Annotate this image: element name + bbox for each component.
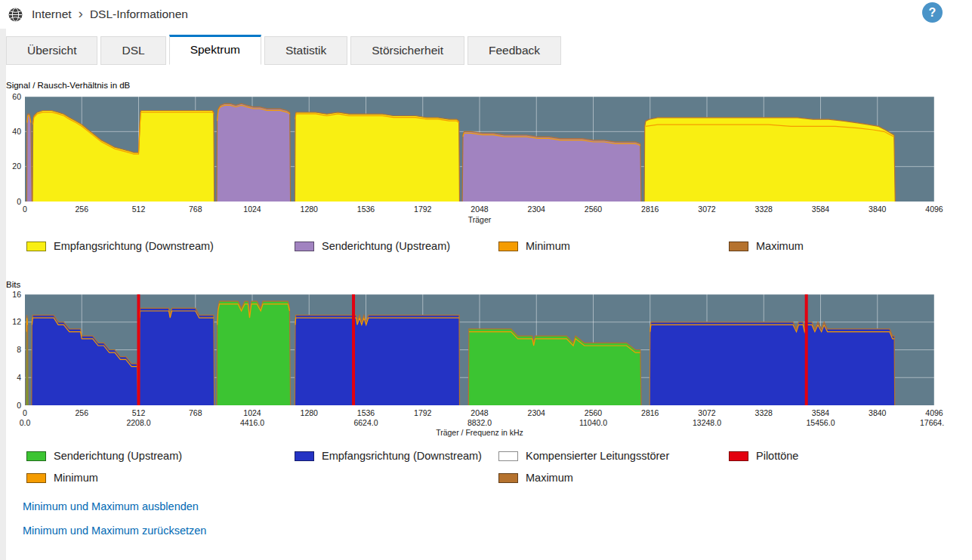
x-tick-label: 0: [23, 205, 27, 214]
y-tick-label: 0: [17, 401, 21, 410]
x-tick-label: 2816: [641, 408, 659, 417]
x-tick-frequency-label: 15456.0: [807, 418, 835, 427]
x-tick-label: 3328: [755, 408, 773, 417]
x-tick-label: 1536: [357, 408, 375, 417]
minimum-chip: [498, 242, 518, 251]
x-tick-label: 512: [132, 205, 146, 214]
x-tick-label: 512: [132, 408, 146, 417]
maximum-chip: [498, 473, 518, 483]
chevron-right-icon: ›: [79, 6, 83, 20]
x-tick-frequency-label: 0.0: [20, 418, 31, 427]
legend-label: Empfangsrichtung (Downstream): [54, 240, 214, 252]
bits-legend: Senderichtung (Upstream)Empfangsrichtung…: [0, 450, 944, 484]
x-tick-label: 1280: [301, 205, 319, 214]
tab-statistik[interactable]: Statistik: [264, 36, 347, 65]
maximum-chip: [729, 242, 748, 251]
x-tick-label: 3840: [869, 205, 887, 214]
x-tick-label: 4096: [925, 205, 943, 214]
x-tick-frequency-label: 2208.0: [126, 418, 150, 427]
legend-maximum: Maximum: [498, 472, 729, 484]
x-tick-label: 3840: [869, 408, 887, 417]
legend-minimum: Minimum: [498, 240, 729, 252]
y-tick-label: 12: [12, 317, 21, 326]
noise-chip-chip: [498, 451, 518, 461]
y-tick-label: 8: [17, 345, 21, 354]
x-tick-frequency-label: 11040.0: [579, 418, 607, 427]
legend-maximum: Maximum: [729, 240, 944, 252]
series-upstream-bits: [217, 301, 291, 405]
x-tick-label: 2304: [528, 205, 546, 214]
x-axis-label: Träger: [468, 215, 492, 224]
help-button[interactable]: ?: [922, 2, 943, 23]
pilot-tone-marker: [137, 294, 140, 405]
upstream-snr-chip: [295, 242, 314, 251]
upstream-bits-chip: [26, 451, 46, 461]
legend-label: Senderichtung (Upstream): [54, 450, 182, 462]
bits-chart-title: Bits: [6, 280, 20, 289]
internet-globe-icon: [8, 8, 23, 22]
x-tick-label: 2560: [585, 408, 603, 417]
dsl-spectrum-page: Internet › DSL-Informationen ? Übersicht…: [0, 0, 972, 560]
legend-pilottöne: Pilottöne: [729, 450, 944, 462]
x-tick-label: 2560: [585, 205, 603, 214]
legend-label: Maximum: [756, 240, 804, 252]
x-tick-label: 3584: [812, 205, 830, 214]
x-tick-frequency-label: 4416.0: [240, 418, 264, 427]
legend-senderichtung-upstream: Senderichtung (Upstream): [295, 240, 498, 252]
x-tick-label: 3584: [812, 408, 830, 417]
pilot-tone-marker: [352, 294, 355, 405]
x-tick-label: 2816: [641, 205, 659, 214]
legend-empfangsrichtung-downstream: Empfangsrichtung (Downstream): [26, 240, 295, 252]
snr-legend: Empfangsrichtung (Downstream)Senderichtu…: [0, 240, 944, 252]
y-tick-label: 20: [12, 162, 21, 171]
legend-label: Senderichtung (Upstream): [322, 240, 450, 252]
x-tick-frequency-label: 6624.0: [353, 418, 378, 427]
x-tick-frequency-label: 17664.0: [920, 418, 944, 427]
downstream-bits-chip: [295, 451, 314, 461]
series-upstream-snr: [217, 103, 291, 202]
breadcrumb: Internet › DSL-Informationen: [32, 8, 188, 21]
bits-chart: 0481216025651276810241280153617922048230…: [0, 290, 944, 439]
snr-chart: 0204060025651276810241280153617922048230…: [0, 92, 944, 226]
y-tick-label: 40: [12, 127, 21, 136]
tab-dsl[interactable]: DSL: [100, 36, 165, 65]
breadcrumb-internet[interactable]: Internet: [32, 8, 72, 21]
series-downstream-snr: [644, 118, 895, 202]
y-tick-label: 4: [17, 373, 21, 382]
pilot-tone-marker: [805, 294, 808, 405]
header: Internet › DSL-Informationen ?: [0, 0, 972, 29]
tab-störsicherheit[interactable]: Störsicherheit: [350, 36, 464, 65]
tab-feedback[interactable]: Feedback: [467, 36, 561, 65]
tab-bar: ÜbersichtDSLSpektrumStatistikStörsicherh…: [6, 35, 561, 65]
legend-minimum: Minimum: [26, 472, 295, 484]
x-tick-label: 1536: [357, 205, 375, 214]
series-downstream-bits: [295, 315, 459, 405]
x-tick-label: 3072: [698, 205, 716, 214]
legend-label: Maximum: [526, 472, 573, 484]
legend-label: Minimum: [54, 472, 98, 484]
y-tick-label: 0: [17, 197, 21, 206]
downstream-snr-chip: [26, 242, 46, 251]
legend-kompensierter-leitungsstörer: Kompensierter Leitungsstörer: [498, 450, 729, 462]
reset-minmax-link[interactable]: Minimum und Maximum zurücksetzen: [23, 525, 206, 537]
x-tick-label: 4096: [925, 408, 943, 417]
x-tick-label: 1792: [414, 205, 432, 214]
x-tick-label: 2048: [471, 408, 489, 417]
y-tick-label: 16: [12, 290, 21, 299]
x-tick-label: 1792: [414, 408, 432, 417]
snr-chart-title: Signal / Rausch-Verhältnis in dB: [6, 81, 130, 90]
x-tick-label: 0: [23, 408, 27, 417]
x-tick-frequency-label: 13248.0: [693, 418, 721, 427]
series-downstream-bits: [139, 308, 214, 405]
legend-empfangsrichtung-downstream: Empfangsrichtung (Downstream): [295, 450, 498, 462]
x-tick-label: 1024: [243, 205, 261, 214]
x-axis-label: Träger / Frequenz in kHz: [436, 428, 523, 437]
x-tick-frequency-label: 8832.0: [467, 418, 492, 427]
x-tick-label: 3072: [698, 408, 716, 417]
hide-minmax-link[interactable]: Minimum und Maximum ausblenden: [23, 500, 199, 512]
breadcrumb-current: DSL-Informationen: [90, 8, 188, 21]
tab-übersicht[interactable]: Übersicht: [6, 36, 97, 65]
x-tick-label: 2304: [528, 408, 546, 417]
x-tick-label: 1280: [301, 408, 319, 417]
tab-spektrum[interactable]: Spektrum: [169, 35, 261, 65]
